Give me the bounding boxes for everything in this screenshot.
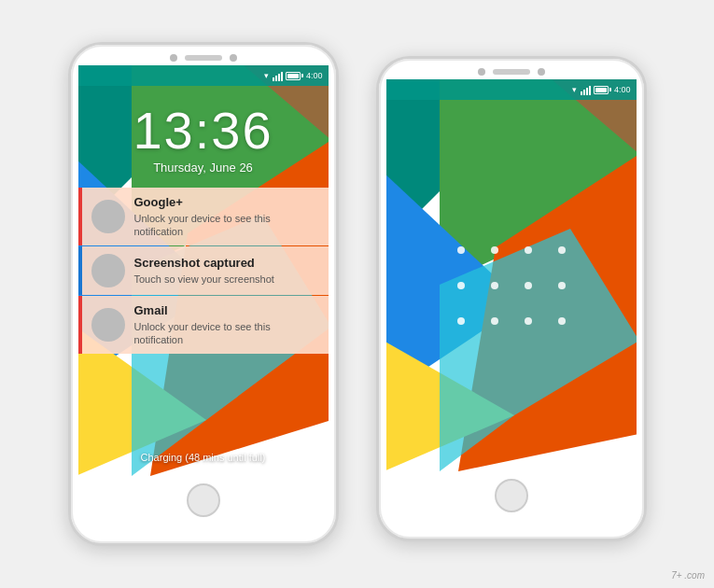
pin-dot-1-4 <box>558 246 566 254</box>
notif-icon-gmail <box>91 308 125 342</box>
wifi-icon-right: ▾ <box>572 85 577 94</box>
notif-text-gmail: Gmail Unlock your device to see this not… <box>134 303 319 346</box>
notification-screenshot[interactable]: Screenshot captured Touch so view your s… <box>78 246 329 295</box>
notification-gmail[interactable]: Gmail Unlock your device to see this not… <box>78 296 329 354</box>
phone-bottom-left <box>71 476 336 526</box>
camera-left <box>170 54 177 62</box>
notif-title-googleplus: Google+ <box>134 195 319 210</box>
right-screen: ▾ 4:00 <box>386 79 637 471</box>
sensor-right <box>538 68 545 76</box>
notif-text-screenshot: Screenshot captured Touch so view your s… <box>134 256 319 286</box>
rbar3 <box>586 88 588 95</box>
pin-dot-1-2 <box>491 246 498 254</box>
signal-bars-left <box>273 70 283 81</box>
status-time-left: 4:00 <box>306 71 323 80</box>
speaker-left <box>185 55 222 61</box>
battery-fill-left <box>287 74 299 78</box>
status-time-right: 4:00 <box>614 85 631 94</box>
bar1 <box>273 77 274 81</box>
wifi-icon-left: ▾ <box>264 71 269 80</box>
battery-icon-right <box>594 86 609 94</box>
rbar2 <box>583 90 585 95</box>
pin-row-2 <box>457 282 566 289</box>
pin-dot-3-3 <box>525 317 532 325</box>
notifications-list: Google+ Unlock your device to see this n… <box>78 188 329 354</box>
left-status-bar: ▾ 4:00 <box>78 65 329 86</box>
lock-screen-content: 13:36 Thursday, June 26 Google+ Unlock y… <box>78 86 329 476</box>
pin-dot-1-1 <box>457 246 465 254</box>
pin-dot-2-4 <box>558 282 566 289</box>
pin-dot-1-3 <box>525 246 532 254</box>
notif-title-screenshot: Screenshot captured <box>134 256 319 271</box>
notification-googleplus[interactable]: Google+ Unlock your device to see this n… <box>78 188 329 245</box>
clock-time: 13:36 <box>133 105 273 157</box>
speaker-right <box>493 69 530 75</box>
sensor-left <box>230 54 237 62</box>
home-button-right[interactable] <box>495 479 528 512</box>
signal-bars-right <box>581 84 591 95</box>
phone-top-left <box>71 45 336 65</box>
left-screen: ▾ 4:00 13:36 Thursday, June 26 <box>78 65 329 476</box>
pin-dot-3-1 <box>457 317 465 325</box>
pin-dot-2-1 <box>457 282 465 289</box>
rbar1 <box>581 91 582 95</box>
notif-text-googleplus: Google+ Unlock your device to see this n… <box>134 195 319 238</box>
home-button-left[interactable] <box>187 483 220 517</box>
bar4 <box>281 72 283 81</box>
notif-body-gmail: Unlock your device to see this notificat… <box>134 320 319 347</box>
battery-fill-right <box>595 88 607 92</box>
notif-title-gmail: Gmail <box>134 303 319 318</box>
pin-dot-2-3 <box>525 282 532 289</box>
rbar4 <box>589 86 591 95</box>
status-icons-left: ▾ 4:00 <box>264 70 323 81</box>
notif-icon-googleplus <box>91 200 125 233</box>
bar3 <box>278 74 280 81</box>
pin-row-1 <box>457 246 566 254</box>
pin-dots-container[interactable] <box>386 100 637 471</box>
pin-dot-3-2 <box>491 317 498 325</box>
phone-top-right <box>379 59 644 79</box>
battery-icon-left <box>286 72 301 80</box>
notif-body-googleplus: Unlock your device to see this notificat… <box>134 212 319 239</box>
left-phone: ▾ 4:00 13:36 Thursday, June 26 <box>68 42 339 546</box>
pin-row-3 <box>457 317 566 325</box>
notif-icon-screenshot <box>91 254 125 287</box>
notif-body-screenshot: Touch so view your screenshot <box>134 273 319 286</box>
phone-bottom-right <box>379 471 644 522</box>
pin-dot-3-4 <box>558 317 566 325</box>
pin-dot-2-2 <box>491 282 498 289</box>
camera-right <box>478 68 485 76</box>
status-icons-right: ▾ 4:00 <box>572 84 631 95</box>
charging-text: Charging (48 mins until full) <box>78 452 329 463</box>
clock-date: Thursday, June 26 <box>153 161 253 175</box>
watermark: 7+ .com <box>671 570 705 581</box>
right-status-bar: ▾ 4:00 <box>386 79 637 100</box>
right-phone: ▾ 4:00 <box>376 56 647 541</box>
bar2 <box>275 76 277 81</box>
